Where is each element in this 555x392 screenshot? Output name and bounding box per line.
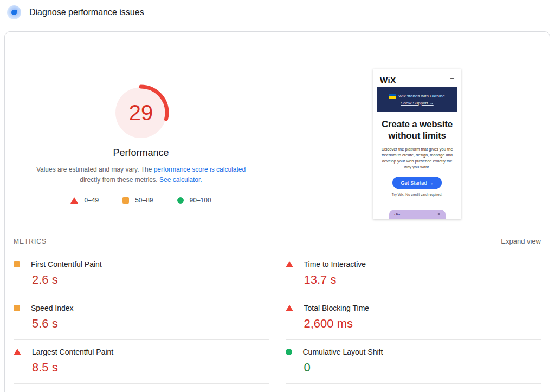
metric-cumulative-layout-shift: Cumulative Layout Shift 0: [286, 340, 541, 384]
metric-status-icon: [14, 305, 20, 311]
metrics-section-title: METRICS: [14, 238, 47, 245]
metric-name: First Contentful Paint: [31, 260, 102, 269]
metrics-header: METRICS Expand view: [14, 233, 541, 252]
metric-status-icon: [14, 349, 21, 355]
metric-status-icon: [14, 261, 20, 267]
metric-value: 0: [304, 361, 541, 375]
chip-hamburger-icon: ≡: [437, 212, 440, 216]
metric-time-to-interactive: Time to Interactive 13.7 s: [286, 252, 541, 296]
legend-range: 50–89: [135, 197, 153, 204]
average-square-icon: [122, 197, 129, 204]
show-support-link: Show Support →: [401, 101, 433, 106]
banner-text: Wix stands with Ukraine: [398, 94, 444, 99]
screenshot-site-header: WiX ≡: [377, 73, 457, 86]
score-calculated-link[interactable]: performance score is calculated: [154, 166, 246, 173]
metric-status-icon: [286, 349, 292, 355]
performance-label: Performance: [113, 147, 169, 159]
metrics-column-right: Time to Interactive 13.7 s Total Blockin…: [286, 252, 541, 384]
metric-largest-contentful-paint: Largest Contentful Paint 8.5 s: [14, 340, 269, 384]
screenshot-hero-heading: Create a website without limits: [379, 119, 455, 142]
ukraine-flag-icon: [389, 94, 396, 99]
metric-name: Time to Interactive: [304, 260, 366, 269]
see-calculator-link[interactable]: See calculator.: [159, 176, 202, 184]
metric-status-icon: [286, 305, 293, 311]
performance-report-card: 29 Performance Values are estimated and …: [4, 31, 550, 392]
legend-item-fail: 0–49: [70, 197, 99, 204]
fail-triangle-icon: [70, 197, 78, 204]
performance-score-gauge: 29: [111, 83, 171, 142]
score-disclaimer: Values are estimated and may vary. The p…: [33, 165, 249, 185]
speedometer-needle-icon: [11, 10, 17, 15]
final-screenshot-thumbnail[interactable]: WiX ≡ Wix stands with Ukraine Show Suppo…: [373, 69, 461, 219]
metric-value: 5.6 s: [32, 317, 269, 331]
score-section: 29 Performance Values are estimated and …: [5, 32, 550, 233]
legend-range: 90–100: [190, 197, 211, 204]
screenshot-bottom-chip: clio ≡: [389, 210, 446, 219]
get-started-button: Get Started →: [392, 177, 442, 189]
metric-value: 2.6 s: [32, 273, 269, 287]
metric-name: Total Blocking Time: [304, 304, 370, 312]
disclaimer-text: directly from these metrics.: [80, 176, 159, 184]
metric-name: Largest Contentful Paint: [32, 348, 113, 356]
chip-logo: clio: [395, 213, 400, 216]
legend-range: 0–49: [84, 197, 99, 204]
metric-value: 8.5 s: [32, 361, 269, 375]
wix-logo: WiX: [380, 75, 396, 84]
legend-item-pass: 90–100: [177, 197, 211, 204]
screenshot-ukraine-banner: Wix stands with Ukraine Show Support →: [377, 87, 457, 112]
score-legend: 0–49 50–89 90–100: [70, 197, 211, 204]
hamburger-menu-icon: ≡: [450, 75, 454, 84]
expand-view-button[interactable]: Expand view: [501, 237, 541, 245]
metric-name: Speed Index: [31, 304, 74, 312]
pagespeed-insights-icon: [7, 5, 21, 19]
page-title: Diagnose performance issues: [29, 8, 144, 17]
metrics-column-left: First Contentful Paint 2.6 s Speed Index…: [14, 252, 269, 384]
page-header: Diagnose performance issues: [0, 0, 144, 25]
metric-first-contentful-paint: First Contentful Paint 2.6 s: [14, 252, 269, 296]
metric-status-icon: [286, 261, 293, 267]
pass-circle-icon: [177, 197, 184, 204]
metric-total-blocking-time: Total Blocking Time 2,600 ms: [286, 296, 541, 340]
metric-value: 13.7 s: [304, 273, 541, 287]
metrics-grid: First Contentful Paint 2.6 s Speed Index…: [14, 252, 541, 384]
metric-value: 2,600 ms: [304, 317, 541, 331]
performance-score-value: 29: [111, 83, 171, 142]
screenshot-fine-print: Try Wix. No credit card required.: [377, 193, 457, 197]
metric-speed-index: Speed Index 5.6 s: [14, 296, 269, 340]
disclaimer-text: Values are estimated and may vary. The: [36, 166, 154, 173]
screenshot-hero-body: Discover the platform that gives you the…: [379, 146, 455, 171]
legend-item-average: 50–89: [122, 197, 153, 204]
vertical-divider: [277, 117, 278, 171]
metric-name: Cumulative Layout Shift: [303, 348, 383, 356]
score-pane: 29 Performance Values are estimated and …: [5, 32, 277, 204]
